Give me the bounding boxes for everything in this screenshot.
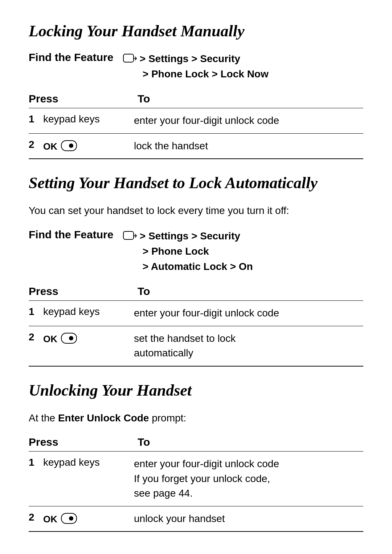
to-header-1: To [138,93,363,105]
to-line1: set the handset to lock [134,333,236,344]
table-row: 2 OK set the handset to lock automatical… [29,326,363,367]
table-row: 1 keypad keys enter your four-digit unlo… [29,108,363,133]
section2-intro: You can set your handset to lock every t… [29,203,363,218]
row-number: 1 [29,306,43,318]
row-to: set the handset to lock automatically [134,331,363,361]
row-press: keypad keys [43,306,134,318]
path-line2-s1: > Phone Lock > Lock Now [143,68,269,80]
section1-find-feature: Find the Feature > Settings > Security >… [29,51,363,82]
row-to: enter your four-digit unlock code [134,306,363,321]
table-row: 1 keypad keys enter your four-digit unlo… [29,451,363,506]
ok-label: OK [43,141,57,152]
row-press-ok: OK [43,331,134,345]
press-header-2: Press [29,285,138,298]
ok-button-icon [61,513,77,524]
to-line2: If you forget your unlock code, [134,473,270,484]
section3-title: Unlocking Your Handset [29,381,363,400]
row-press: keypad keys [43,457,134,468]
row-press-ok: OK [43,511,134,525]
section2-find-feature: Find the Feature > Settings > Security >… [29,229,363,274]
path-line2-s2: > Phone Lock [143,246,209,257]
to-line2: automatically [134,347,193,359]
section-unlocking: Unlocking Your Handset At the Enter Unlo… [29,381,363,532]
find-feature-label-2: Find the Feature [29,229,123,241]
row-to: enter your four-digit unlock code If you… [134,457,363,501]
row-to: enter your four-digit unlock code [134,113,363,128]
menu-icon-2 [123,230,137,245]
to-header-3: To [138,436,363,448]
row-number: 2 [29,511,43,523]
ok-button-icon [61,333,77,344]
section-lock-automatically: Setting Your Handset to Lock Automatical… [29,174,363,367]
row-to: unlock your handset [134,511,363,526]
menu-icon-1 [123,52,137,68]
find-feature-label-1: Find the Feature [29,51,123,64]
ok-button-icon [61,140,77,151]
row-number: 2 [29,331,43,343]
row-press: keypad keys [43,113,134,125]
section-locking-manually: Locking Your Handset Manually Find the F… [29,22,363,159]
press-header-3: Press [29,436,138,448]
table-row: 2 OK unlock your handset [29,506,363,532]
table-row: 2 OK lock the handset [29,133,363,159]
intro-suffix: prompt: [149,412,186,424]
row-number: 1 [29,457,43,468]
row-press-ok: OK [43,139,134,152]
ok-label: OK [43,333,57,344]
section1-title: Locking Your Handset Manually [29,22,363,40]
table-row: 1 keypad keys enter your four-digit unlo… [29,300,363,326]
section2-title: Setting Your Handset to Lock Automatical… [29,174,363,192]
path-line1-s1: > Settings > Security [140,53,240,64]
section3-press-to-header: Press To [29,436,363,451]
intro-prefix: At the [29,412,58,424]
section2-press-to-header: Press To [29,285,363,300]
to-line3: see page 44. [134,488,193,499]
svg-rect-2 [123,231,134,239]
press-header-1: Press [29,93,138,105]
find-feature-path-2: > Settings > Security > Phone Lock > Aut… [123,229,253,274]
path-line1-s2: > Settings > Security [140,230,240,242]
to-line1: enter your four-digit unlock code [134,458,279,469]
enter-unlock-label: Enter Unlock Code [58,412,149,424]
section1-press-to-header: Press To [29,93,363,108]
ok-label: OK [43,514,57,525]
find-feature-path-1: > Settings > Security > Phone Lock > Loc… [123,51,269,82]
row-number: 1 [29,113,43,125]
path-line3-s2: > Automatic Lock > On [143,261,253,272]
row-number: 2 [29,139,43,150]
to-header-2: To [138,285,363,298]
section3-intro: At the Enter Unlock Code prompt: [29,411,363,426]
row-to: lock the handset [134,139,363,154]
svg-rect-0 [123,54,134,62]
